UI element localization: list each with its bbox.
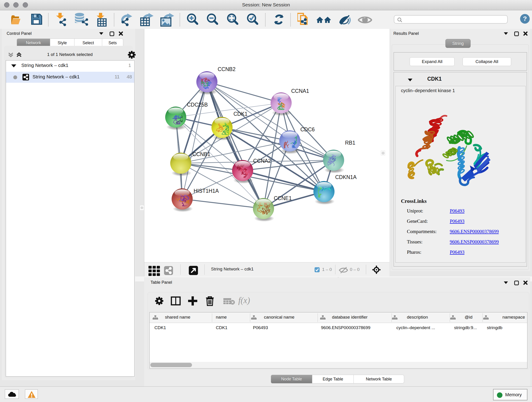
- svg-text:CCNA2: CCNA2: [253, 158, 271, 164]
- svg-text:CCNB2: CCNB2: [218, 66, 235, 72]
- svg-text:CDC25B: CDC25B: [187, 102, 208, 108]
- svg-text:CCNB1: CCNB1: [192, 151, 210, 157]
- svg-text:CCNA1: CCNA1: [291, 88, 309, 94]
- svg-text:HIST1H1A: HIST1H1A: [194, 188, 219, 194]
- svg-text:CDC6: CDC6: [300, 127, 315, 133]
- svg-text:CDKN1A: CDKN1A: [335, 174, 357, 180]
- svg-text:CDK1: CDK1: [234, 111, 247, 117]
- svg-text:RB1: RB1: [345, 140, 355, 146]
- svg-text:CCNE1: CCNE1: [274, 195, 292, 201]
- svg-text:?: ?: [523, 15, 527, 22]
